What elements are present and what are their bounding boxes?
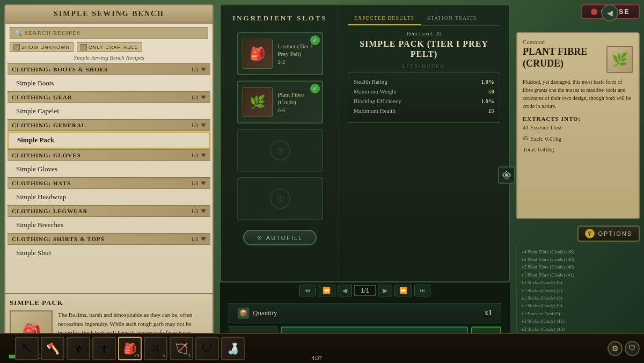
category-hats[interactable]: CLOTHING: HATS 1/1 — [8, 177, 210, 189]
empty-slot-icon-3: ⊕ — [269, 140, 291, 161]
bottom-toolbar: ⛏ 🪓 🗡 🗡 🎒 29 ⚔ 5 🏹 3 🛡 🍶 4:37 ⚙ 🛡 — [0, 333, 644, 363]
description-title: SIMPLE PACK — [10, 299, 208, 307]
category-shirts[interactable]: CLOTHING: SHIRTS & TOPS 1/1 — [8, 233, 210, 245]
ctrl-plus[interactable]: ▶ — [378, 285, 392, 296]
ctrl-skip-back[interactable]: ⏮ — [299, 285, 316, 296]
attr-stealth-value: 1.0% — [481, 78, 494, 85]
toolbar-slot-5[interactable]: 🎒 29 — [118, 337, 142, 360]
svg-point-4 — [505, 173, 508, 177]
recipe-simple-boots[interactable]: Simple Boots — [8, 76, 210, 91]
category-shirts-count: 1/1 — [191, 236, 206, 242]
scroll-item: +2 Sticks (Crude) (13) — [521, 325, 635, 333]
toolbar-slot-6[interactable]: ⚔ 5 — [144, 337, 167, 360]
middle-column: INGREDIENT SLOTS 🎒 Leather (Tier 1 Prey … — [220, 4, 510, 359]
category-boots[interactable]: CLOTHING: BOOTS & SHOES 1/1 — [8, 63, 210, 75]
empty-slot-icon-4: ⊕ — [269, 188, 291, 209]
toolbar-slot-7[interactable]: 🏹 3 — [170, 337, 193, 360]
attr-stealth-label: Stealth Rating — [354, 78, 387, 85]
recipe-simple-headwrap[interactable]: Simple Headwrap — [8, 190, 210, 205]
show-unknown-filter[interactable]: SHOW UNKNOWN — [10, 42, 74, 52]
category-gear-count: 1/1 — [191, 94, 206, 100]
side-item-name: PLANT FIBRE (CRUDE) — [523, 46, 602, 69]
recipe-simple-capelet[interactable]: Simple Capelet — [8, 104, 210, 119]
attr-weight: Maximum Weight 50 — [354, 88, 494, 95]
quantity-text: Quantity — [253, 309, 277, 317]
gear-settings-button[interactable] — [498, 166, 515, 184]
category-general[interactable]: CLOTHING: GENERAL 1/1 — [8, 119, 210, 131]
ui-container: SIMPLE SEWING BENCH 🔍 SEARCH RECIPES SHO… — [0, 0, 644, 363]
ingredient-slot-3[interactable]: ⊕ — [237, 129, 323, 172]
recipe-list: CLOTHING: BOOTS & SHOES 1/1 Simple Boots… — [5, 63, 213, 293]
recipe-simple-pack[interactable]: Simple Pack — [8, 132, 210, 149]
scroll-item: +1 Sticks (Crude) (7) — [521, 287, 635, 294]
attr-weight-label: Maximum Weight — [354, 88, 397, 95]
recipe-simple-gloves[interactable]: Simple Gloves — [8, 162, 210, 177]
close-dot-icon — [591, 9, 597, 15]
toolbar-settings-icon[interactable]: ⚙ — [608, 341, 623, 356]
ctrl-minus[interactable]: ◀ — [338, 285, 352, 296]
toolbar-slot-3[interactable]: 🗡 — [67, 337, 90, 360]
time-display: 4:37 — [311, 354, 322, 361]
ingredient-slot-4[interactable]: ⊕ — [237, 177, 323, 220]
ingredient-slot-2[interactable]: 🌿 Plant Fibre (Crude) 6/6 ✓ — [237, 81, 323, 124]
tab-station-traits[interactable]: STATION TRAITS — [421, 12, 483, 25]
item-result-name: SIMPLE PACK (TIER I PREY PELT) — [348, 39, 500, 59]
attr-blocking-value: 1.0% — [481, 98, 494, 104]
attr-blocking: Blocking Efficiency 1.0% — [354, 98, 494, 104]
attr-health-value: 15 — [488, 107, 494, 114]
ingredient-count-1: 2/2 — [278, 59, 318, 65]
scroll-item: +2 Sticks (Crude) (11) — [521, 317, 635, 325]
ingredient-info-2: Plant Fibre (Crude) 6/6 — [278, 91, 318, 114]
ctrl-skip-forward[interactable]: ⏭ — [414, 285, 430, 296]
quantity-label: 📦 Quantity — [238, 308, 277, 318]
category-shirts-label: CLOTHING: SHIRTS & TOPS — [12, 236, 105, 242]
side-item-icon: 🌿 — [606, 46, 633, 73]
autofill-button[interactable]: AUTOFILL — [243, 230, 317, 245]
scroll-item: +1 Essence Dust (9) — [521, 310, 635, 317]
ingredient-slots-header: INGREDIENT SLOTS — [228, 14, 332, 23]
toolbar-slot-8[interactable]: 🛡 — [195, 337, 219, 360]
category-gloves[interactable]: CLOTHING: GLOVES 1/1 — [8, 149, 210, 161]
ingredient-check-1: ✓ — [310, 35, 320, 45]
scroll-item: +2 Sticks (Crude) (6) — [521, 279, 635, 286]
attr-blocking-label: Blocking Efficiency — [354, 98, 401, 104]
item-header: Item Level: 20 SIMPLE PACK (TIER I PREY … — [348, 30, 500, 59]
toolbar-slot-2[interactable]: 🪓 — [41, 337, 64, 360]
toolbar-slot-4[interactable]: 🗡 — [92, 337, 116, 360]
attributes-section: Stealth Rating 1.0% Maximum Weight 50 Bl… — [348, 72, 500, 123]
search-placeholder: SEARCH RECIPES — [25, 30, 80, 36]
options-button[interactable]: Y OPTIONS — [577, 226, 640, 242]
search-icon: 🔍 — [14, 30, 23, 36]
toolbar-slot-9[interactable]: 🍶 — [221, 337, 245, 360]
weight-each-value: Each: 0.01kg — [530, 135, 561, 142]
only-craftable-filter[interactable]: ONLY CRAFTABLE — [77, 42, 142, 52]
ingredient-name-1: Leather (Tier 1 Prey Pelt) — [278, 42, 318, 58]
craft-quantity-input[interactable] — [354, 285, 376, 296]
quantity-icon: 📦 — [238, 308, 248, 318]
category-gear[interactable]: CLOTHING: GEAR 1/1 — [8, 91, 210, 103]
ctrl-next[interactable]: ⏩ — [394, 285, 412, 296]
ingredient-column: INGREDIENT SLOTS 🎒 Leather (Tier 1 Prey … — [221, 5, 339, 281]
back-button[interactable]: ◀ — [601, 4, 618, 21]
toolbar-slot-1[interactable]: ⛏ — [15, 337, 39, 360]
tab-expected-results[interactable]: EXPECTED RESULTS — [348, 12, 421, 25]
category-legwear[interactable]: CLOTHING: LEGWEAR 1/1 — [8, 205, 210, 217]
toolbar-count-6: 5 — [163, 353, 165, 358]
gear-icon — [502, 170, 511, 180]
ingredient-slot-1[interactable]: 🎒 Leather (Tier 1 Prey Pelt) 2/2 ✓ — [237, 32, 323, 75]
results-tabs: EXPECTED RESULTS STATION TRAITS — [348, 12, 500, 26]
filter-row: SHOW UNKNOWN ONLY CRAFTABLE — [10, 42, 208, 52]
right-toolbar-icons: ⚙ 🛡 — [608, 341, 640, 356]
category-hats-label: CLOTHING: HATS — [12, 180, 71, 186]
recipe-simple-breeches[interactable]: Simple Breeches — [8, 217, 210, 233]
ctrl-prev[interactable]: ⏪ — [318, 285, 335, 296]
scroll-item: +2 Plant Fibre (Crude) (38) — [521, 256, 635, 263]
inventory-scroll-panel: +4 Plant Fibre (Crude) (36)+2 Plant Fibr… — [516, 244, 640, 337]
attr-stealth: Stealth Rating 1.0% — [354, 78, 494, 85]
category-legwear-label: CLOTHING: LEGWEAR — [12, 208, 87, 214]
attr-health: Maximum Health 15 — [354, 107, 494, 114]
recipe-simple-shirt[interactable]: Simple Shirt — [8, 245, 210, 260]
ingredient-check-2: ✓ — [310, 84, 320, 93]
toolbar-shield-icon[interactable]: 🛡 — [625, 341, 640, 356]
scroll-item: +4 Plant Fibre (Crude) (36) — [521, 248, 635, 256]
